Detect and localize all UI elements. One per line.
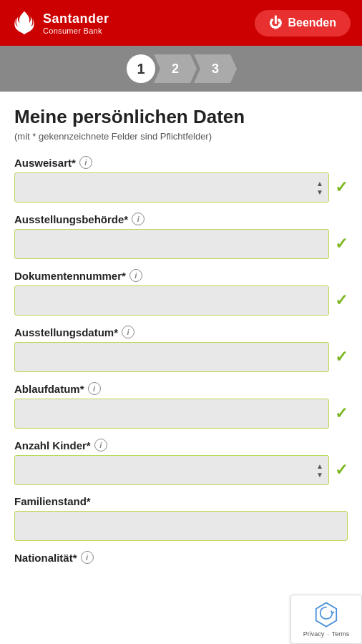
field-group-dokumentennummer: Dokumentennummer* i ✓ xyxy=(14,269,348,316)
brand-sub: Consumer Bank xyxy=(43,26,109,35)
page-subtitle: (mit * gekennzeichnete Felder sind Pflic… xyxy=(14,131,348,142)
app-header: Santander Consumer Bank ⏻ Beenden xyxy=(0,0,362,46)
anzahl-kinder-select[interactable]: 0 1 2 3 4+ xyxy=(14,455,329,485)
label-anzahl-kinder: Anzahl Kinder* i xyxy=(14,439,348,452)
label-ausstellungsbehoerde: Ausstellungsbehörde* i xyxy=(14,213,348,225)
exit-icon: ⏻ xyxy=(269,16,282,31)
info-icon-ablaufdatum[interactable]: i xyxy=(88,382,101,395)
field-row-ausstellungsbehoerde: ✓ xyxy=(14,229,348,259)
recaptcha-privacy[interactable]: Privacy xyxy=(303,630,325,638)
field-group-ausstellungsbehoerde: Ausstellungsbehörde* i ✓ xyxy=(14,213,348,259)
recaptcha-icon xyxy=(313,601,340,628)
main-content: Meine persönlichen Daten (mit * gekennze… xyxy=(0,92,362,644)
ablaufdatum-input[interactable] xyxy=(14,399,329,429)
info-icon-ausstellungsdatum[interactable]: i xyxy=(122,326,134,338)
check-icon-ablaufdatum: ✓ xyxy=(335,404,348,423)
label-dokumentennummer: Dokumentennummer* i xyxy=(14,269,348,282)
logo-area: Santander Consumer Bank xyxy=(11,10,109,36)
check-icon-dokumentennummer: ✓ xyxy=(335,291,348,310)
info-icon-dokumentennummer[interactable]: i xyxy=(129,269,142,282)
step-1-circle: 1 xyxy=(127,54,155,83)
step-arrow-2: 3 xyxy=(194,54,237,83)
field-row-ausstellungsdatum: ✓ xyxy=(14,342,348,372)
label-nationalitaet: Nationalität* i xyxy=(14,551,348,564)
ausweisart-select[interactable]: Reisepass Personalausweis xyxy=(14,172,329,203)
recaptcha-widget: Privacy · Terms xyxy=(290,595,362,644)
beenden-button[interactable]: ⏻ Beenden xyxy=(255,10,351,36)
familienstand-input[interactable] xyxy=(14,511,348,541)
check-icon-anzahl-kinder: ✓ xyxy=(335,461,348,479)
info-icon-nationalitaet[interactable]: i xyxy=(81,551,94,564)
field-row-dokumentennummer: ✓ xyxy=(14,286,348,316)
field-row-ablaufdatum: ✓ xyxy=(14,399,348,429)
field-row-ausweisart: Reisepass Personalausweis ▲ ▼ ✓ xyxy=(14,172,348,203)
select-wrapper-anzahl-kinder: 0 1 2 3 4+ ▲ ▼ xyxy=(14,455,329,485)
label-ablaufdatum: Ablaufdatum* i xyxy=(14,382,348,395)
brand-name: Santander xyxy=(43,11,109,26)
label-familienstand: Familienstand* xyxy=(14,495,348,507)
beenden-label: Beenden xyxy=(288,16,336,29)
logo-text: Santander Consumer Bank xyxy=(43,11,109,35)
recaptcha-terms[interactable]: Terms xyxy=(332,630,350,638)
check-icon-ausstellungsbehoerde: ✓ xyxy=(335,235,348,253)
page-title: Meine persönlichen Daten xyxy=(14,106,348,128)
label-ausstellungsdatum: Ausstellungsdatum* i xyxy=(14,326,348,338)
ausstellungsdatum-input[interactable] xyxy=(14,342,329,372)
check-icon-ausweisart: ✓ xyxy=(335,178,348,197)
info-icon-ausweisart[interactable]: i xyxy=(79,156,92,169)
field-row-familienstand xyxy=(14,511,348,541)
field-group-familienstand: Familienstand* xyxy=(14,495,348,541)
dokumentennummer-input[interactable] xyxy=(14,286,329,316)
step-1-container: 1 xyxy=(127,54,155,83)
select-wrapper-ausweisart: Reisepass Personalausweis ▲ ▼ xyxy=(14,172,329,203)
step-arrow-1: 2 xyxy=(154,54,197,83)
check-icon-ausstellungsdatum: ✓ xyxy=(335,348,348,366)
field-group-anzahl-kinder: Anzahl Kinder* i 0 1 2 3 4+ ▲ ▼ ✓ xyxy=(14,439,348,485)
info-icon-anzahl-kinder[interactable]: i xyxy=(94,439,107,452)
ausstellungsbehoerde-input[interactable] xyxy=(14,229,329,259)
field-group-ausweisart: Ausweisart* i Reisepass Personalausweis … xyxy=(14,156,348,203)
field-group-nationalitaet: Nationalität* i xyxy=(14,551,348,564)
info-icon-ausstellungsbehoerde[interactable]: i xyxy=(132,213,145,225)
field-row-anzahl-kinder: 0 1 2 3 4+ ▲ ▼ ✓ xyxy=(14,455,348,485)
progress-bar: 1 2 3 xyxy=(0,46,362,92)
santander-flame-icon xyxy=(11,10,37,36)
recaptcha-links: Privacy · Terms xyxy=(303,630,350,638)
field-group-ausstellungsdatum: Ausstellungsdatum* i ✓ xyxy=(14,326,348,372)
field-group-ablaufdatum: Ablaufdatum* i ✓ xyxy=(14,382,348,429)
label-ausweisart: Ausweisart* i xyxy=(14,156,348,169)
